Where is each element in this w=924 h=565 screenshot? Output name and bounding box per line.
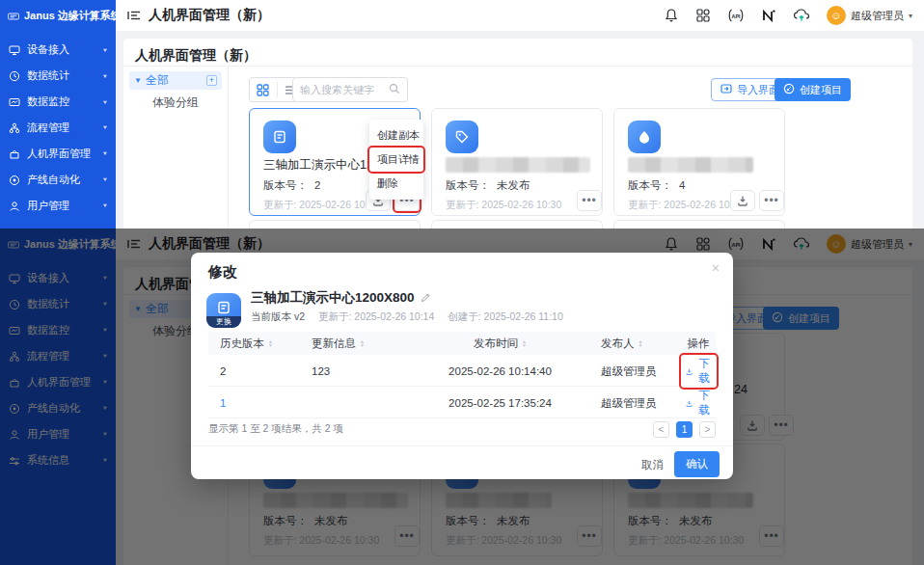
pagination: 显示第 1 至 2 项结果，共 2 项 < 1 >	[208, 418, 716, 440]
brand-name: Janus 边缘计算系统	[24, 9, 122, 23]
current-version: 当前版本 v2	[251, 310, 305, 324]
download-link[interactable]: 下载	[681, 387, 717, 419]
version-label: 版本号：	[628, 179, 672, 191]
sidebar-item-hmi-mgmt[interactable]: 人机界面管理▾	[0, 141, 116, 167]
replace-icon-badge[interactable]: 更换	[206, 316, 241, 328]
version-value: 2	[314, 179, 320, 191]
automation-icon	[9, 175, 20, 186]
grid-view-button[interactable]	[250, 78, 277, 101]
chevron-down-icon: ▾	[103, 98, 107, 105]
download-link[interactable]: 下载	[681, 355, 717, 388]
sidebar-item-label: 人机界面管理	[27, 147, 91, 161]
create-project-button[interactable]: 创建项目	[775, 78, 851, 101]
confirm-button[interactable]: 确认	[674, 451, 720, 477]
flow-icon	[9, 122, 20, 134]
version-value: 4	[679, 179, 685, 191]
tree-node-all[interactable]: ▼ 全部 +	[129, 71, 222, 90]
row-publisher: 超级管理员	[589, 396, 681, 411]
collapse-menu-icon[interactable]	[127, 10, 141, 21]
screenshot-top: Janus 边缘计算系统 设备接入▾ 数据统计▾ 数据监控▾ 流程管理▾	[0, 0, 924, 229]
user-menu[interactable]: ☺ 超级管理员 ▾	[827, 6, 912, 25]
table-row: 1 2025-02-25 17:35:24 超级管理员 下载	[208, 387, 716, 418]
drop-icon	[628, 121, 661, 153]
sidebar-item-line-automation[interactable]: 产线自动化▾	[0, 167, 116, 193]
download-button[interactable]	[730, 190, 755, 211]
sort-icon[interactable]: ▲▼	[639, 339, 643, 347]
document-icon	[263, 121, 296, 153]
project-card[interactable]: 版本号：4 更新于: 2025-02-26 10:13 •••	[613, 108, 785, 216]
chevron-down-icon: ▾	[103, 176, 107, 183]
divider	[191, 445, 733, 446]
tree-node-label: 全部	[146, 72, 169, 89]
version-label: 版本号：	[446, 179, 490, 191]
updated-at: 更新于: 2025-02-26 10:14	[263, 199, 379, 212]
card-context-menu: 创建副本 项目详情 删除	[369, 120, 423, 200]
search-box	[292, 77, 408, 102]
row-time: 2025-02-25 17:35:24	[448, 397, 552, 409]
sidebar-item-data-stats[interactable]: 数据统计▾	[0, 63, 116, 89]
row-version: 2	[208, 365, 300, 377]
menu-item-delete[interactable]: 删除	[369, 172, 423, 196]
import-label: 导入界面	[737, 83, 779, 97]
caret-down-icon: ▼	[134, 76, 142, 85]
create-label: 创建项目	[800, 83, 842, 97]
project-card[interactable]: 版本号：未发布 更新于: 2025-02-26 10:30 •••	[431, 108, 603, 216]
version-value: 未发布	[497, 179, 530, 191]
cancel-button[interactable]: 取消	[632, 453, 673, 477]
row-version: 1	[208, 397, 300, 409]
n-signal-icon[interactable]	[761, 8, 776, 23]
chevron-down-icon: ▾	[103, 72, 107, 79]
clock-icon	[9, 70, 20, 82]
sidebar-item-user-mgmt[interactable]: 用户管理▾	[0, 193, 116, 219]
document-icon[interactable]: 更换	[206, 293, 241, 328]
more-actions-button[interactable]: •••	[577, 190, 602, 211]
sort-icon[interactable]: ▲▼	[522, 339, 527, 347]
user-icon	[9, 201, 20, 212]
created-at: 创建于: 2025-02-26 11:10	[448, 310, 562, 324]
chevron-down-icon: ▾	[103, 124, 107, 131]
avatar: ☺	[827, 6, 846, 25]
hmi-icon	[9, 148, 20, 160]
tree-node-group[interactable]: 体验分组	[152, 94, 199, 111]
sidebar-item-flow-mgmt[interactable]: 流程管理▾	[0, 115, 116, 141]
monitor-icon	[9, 96, 20, 108]
sort-icon[interactable]: ▲▼	[360, 339, 365, 347]
next-page-button[interactable]: >	[699, 421, 716, 438]
menu-item-project-details[interactable]: 项目详情	[369, 148, 423, 172]
menu-item-duplicate[interactable]: 创建副本	[369, 123, 423, 148]
search-input[interactable]	[300, 84, 389, 95]
api-icon[interactable]: API	[727, 8, 745, 23]
updated-at: 更新于: 2025-02-26 10:30	[446, 199, 561, 212]
sidebar-item-label: 数据统计	[27, 68, 69, 83]
sidebar-item-data-monitor[interactable]: 数据监控▾	[0, 89, 116, 115]
project-card	[613, 220, 785, 229]
sidebar-item-device-access[interactable]: 设备接入▾	[0, 37, 116, 63]
add-group-icon[interactable]: +	[206, 75, 217, 86]
table-header-row: 历史版本▲▼ 更新信息▲▼ 发布时间▲▼ 发布人▲▼ 操作	[208, 332, 716, 355]
chevron-down-icon: ▾	[103, 202, 107, 209]
device-icon	[9, 44, 20, 56]
screenshot-bottom: Janus 边缘计算系统 设备接入▾ 数据统计▾ 数据监控▾ 流程管理▾	[0, 229, 924, 565]
apps-grid-icon[interactable]	[695, 8, 711, 23]
col-publish-time: 发布时间	[474, 336, 518, 351]
search-icon[interactable]	[389, 81, 400, 98]
cloud-sync-icon[interactable]	[793, 8, 810, 23]
close-icon[interactable]: ×	[712, 260, 720, 276]
chevron-down-icon: ▾	[103, 46, 107, 53]
redacted-title	[628, 157, 753, 173]
sidebar-item-label: 设备接入	[27, 42, 69, 57]
row-time: 2025-02-26 10:14:40	[448, 365, 552, 377]
sidebar-item-label: 数据监控	[27, 94, 69, 109]
prev-page-button[interactable]: <	[653, 421, 669, 438]
bell-icon[interactable]	[664, 8, 679, 23]
version-history-table: 历史版本▲▼ 更新信息▲▼ 发布时间▲▼ 发布人▲▼ 操作 2 123 2025…	[208, 332, 716, 418]
create-icon	[783, 83, 795, 96]
edit-pencil-icon[interactable]	[421, 291, 431, 306]
sort-icon[interactable]: ▲▼	[268, 339, 273, 347]
sidebar-item-label: 流程管理	[27, 121, 69, 135]
more-actions-button[interactable]: •••	[759, 190, 784, 211]
row-info: 123	[300, 365, 411, 377]
tag-icon	[446, 121, 478, 153]
page-number-button[interactable]: 1	[676, 421, 693, 438]
col-actions: 操作	[688, 336, 710, 351]
